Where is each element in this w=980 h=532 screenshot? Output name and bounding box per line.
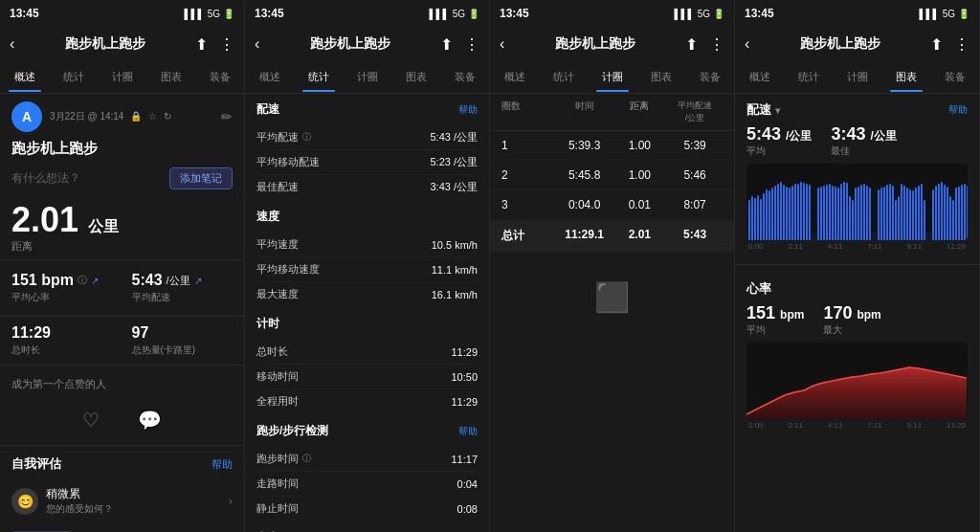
haxis-4: 9:11: [907, 421, 923, 430]
pace-chart-axis: 0:00 2:11 4:11 7:11 9:11 11:29: [746, 240, 968, 253]
tab-charts-3[interactable]: 图表: [645, 66, 678, 88]
stat-key-move-time: 移动时间: [256, 369, 299, 384]
battery-4: 🔋: [958, 9, 969, 19]
tab-overview-2[interactable]: 概述: [254, 66, 286, 88]
tab-laps-3[interactable]: 计圈: [596, 66, 629, 88]
tab-overview-1[interactable]: 概述: [9, 66, 41, 88]
tab-stats-4[interactable]: 统计: [792, 66, 825, 88]
pace-stat: 5:43 /公里 ↗ 平均配速: [132, 272, 234, 304]
calories-value: 97: [132, 324, 234, 342]
tab-charts-2[interactable]: 图表: [400, 66, 433, 88]
heart-chart-header: 心率: [746, 280, 968, 298]
signal-icon-2: ▌▌▌: [429, 9, 449, 19]
status-time-2: 13:45: [255, 7, 284, 20]
pace-value-row: 5:43 /公里 ↗: [132, 272, 234, 289]
tab-overview-4[interactable]: 概述: [744, 66, 776, 88]
more-icon-1[interactable]: ⋮: [219, 35, 234, 54]
note-placeholder[interactable]: 有什么想法？: [11, 170, 80, 187]
stat-val-full-time: 11:29: [451, 396, 478, 408]
signal-icon-1: ▌▌▌: [184, 9, 204, 19]
stat-key-run-time: 跑步时间 ⓘ: [256, 452, 311, 466]
tab-gear-3[interactable]: 装备: [694, 66, 726, 88]
tab-charts-1[interactable]: 图表: [155, 66, 188, 88]
axis-4: 9:11: [907, 242, 923, 251]
heart-rate-stat: 151 bpm ⓘ ↗ 平均心率: [11, 272, 113, 304]
distance-unit: 公里: [88, 218, 119, 234]
stat-key-full-time: 全程用时: [256, 394, 299, 409]
share-icon-1[interactable]: ⬆: [195, 35, 208, 54]
eval-sub-0: 您的感受如何？: [46, 502, 229, 516]
heart-chart-svg: [746, 343, 967, 419]
footer-time: 11:29.1: [557, 228, 612, 244]
heart-area-chart: [746, 343, 968, 419]
network-type-3: 5G: [698, 9, 710, 19]
section-header-detect: 跑步/步行检测 帮助: [245, 415, 489, 441]
stat-key-avg-pace: 平均配速 ⓘ: [256, 130, 311, 144]
divider-2: [0, 316, 244, 317]
panel-content-2: 配速 帮助 平均配速 ⓘ 5:43 /公里 平均移动配速 5:23 /公里 最佳…: [245, 94, 489, 532]
pace-avg-label: 平均: [746, 144, 812, 158]
haxis-3: 7:11: [867, 421, 882, 430]
heart-max-label: 最大: [823, 323, 880, 337]
tab-gear-2[interactable]: 装备: [449, 66, 481, 88]
haxis-1: 2:11: [788, 421, 803, 430]
calories-stat: 97 总热量(卡路里): [132, 324, 234, 357]
rating-item-0[interactable]: 1/10 很轻松 感知训练强度 ›: [0, 523, 244, 532]
comment-icon[interactable]: 💬: [138, 409, 162, 432]
col-pace: 平均配速/公里: [667, 100, 723, 124]
more-icon-3[interactable]: ⋮: [709, 35, 724, 54]
nav-bar-4: ‹ 跑步机上跑步 ⬆ ⋮: [735, 27, 979, 61]
tab-charts-4[interactable]: 图表: [890, 66, 923, 88]
export-icon[interactable]: ⬛: [490, 252, 734, 343]
stat-val-move-speed: 11.1 km/h: [432, 264, 478, 276]
stat-row-rest-time: 静止时间 0:08: [256, 497, 478, 521]
lap-dist-3: 0.01: [612, 198, 668, 211]
share-icon-4[interactable]: ⬆: [930, 35, 943, 54]
nav-right-2: ⬆ ⋮: [440, 35, 479, 54]
laps-table-header: 圈数 时间 距离 平均配速/公里: [490, 94, 734, 131]
tab-gear-1[interactable]: 装备: [204, 66, 236, 88]
section-title-pace: 配速: [256, 101, 279, 118]
pace-chart-help[interactable]: 帮助: [948, 103, 968, 117]
more-icon-2[interactable]: ⋮: [464, 35, 479, 54]
edit-icon[interactable]: ✏: [221, 109, 233, 124]
stat-row-best-pace: 最佳配速 3:43 /公里: [256, 175, 478, 199]
tab-overview-3[interactable]: 概述: [499, 66, 531, 88]
tab-stats-2[interactable]: 统计: [302, 66, 335, 88]
axis-3: 7:11: [867, 242, 882, 251]
share-icon-3[interactable]: ⬆: [685, 35, 698, 54]
heart-chart-stats: 151 bpm 平均 170 bpm 最大: [746, 303, 968, 337]
tab-gear-4[interactable]: 装备: [939, 66, 971, 88]
tab-laps-1[interactable]: 计圈: [106, 66, 139, 88]
section-help-pace[interactable]: 帮助: [458, 103, 478, 117]
avatar: A: [11, 101, 42, 132]
heart-chart-section: 心率 151 bpm 平均 170 bpm 最大: [735, 273, 979, 435]
tab-bar-2: 概述 统计 计圈 图表 装备: [245, 61, 489, 94]
lap-pace-3: 8:07: [667, 198, 723, 211]
like-icon[interactable]: ♡: [82, 409, 100, 432]
section-header-speed: 速度: [245, 201, 489, 227]
pace-avg-stat: 5:43 /公里 平均: [746, 124, 812, 158]
nav-bar-2: ‹ 跑步机上跑步 ⬆ ⋮: [245, 27, 489, 61]
pace-dropdown-icon[interactable]: ▾: [775, 105, 780, 116]
panel-charts: 13:45 ▌▌▌ 5G 🔋 ‹ 跑步机上跑步 ⬆ ⋮ 概述 统计 计圈 图表 …: [735, 0, 980, 532]
pace-chart-header: 配速 ▾ 帮助: [746, 101, 968, 119]
more-icon-4[interactable]: ⋮: [954, 35, 969, 54]
tab-laps-4[interactable]: 计圈: [841, 66, 874, 88]
tab-stats-1[interactable]: 统计: [57, 66, 90, 88]
tab-laps-2[interactable]: 计圈: [351, 66, 384, 88]
pace-unit: /公里: [167, 274, 190, 288]
distance-value: 2.01 公里: [11, 203, 233, 237]
share-icon-2[interactable]: ⬆: [440, 35, 453, 54]
achievement-row: 成为第一个点赞的人: [0, 369, 244, 399]
calories-label: 总热量(卡路里): [132, 344, 234, 357]
section-help-detect[interactable]: 帮助: [458, 425, 478, 438]
add-note-button[interactable]: 添加笔记: [169, 167, 233, 189]
help-link-1[interactable]: 帮助: [212, 457, 233, 472]
axis-0: 0:00: [748, 242, 764, 251]
tab-stats-3[interactable]: 统计: [547, 66, 580, 88]
eval-item-0[interactable]: 😊 稍微累 您的感受如何？ ›: [0, 478, 244, 523]
stat-row-move-time: 移动时间 10:50: [256, 365, 478, 389]
network-type-2: 5G: [453, 9, 465, 19]
tab-bar-4: 概述 统计 计圈 图表 装备: [735, 61, 979, 94]
